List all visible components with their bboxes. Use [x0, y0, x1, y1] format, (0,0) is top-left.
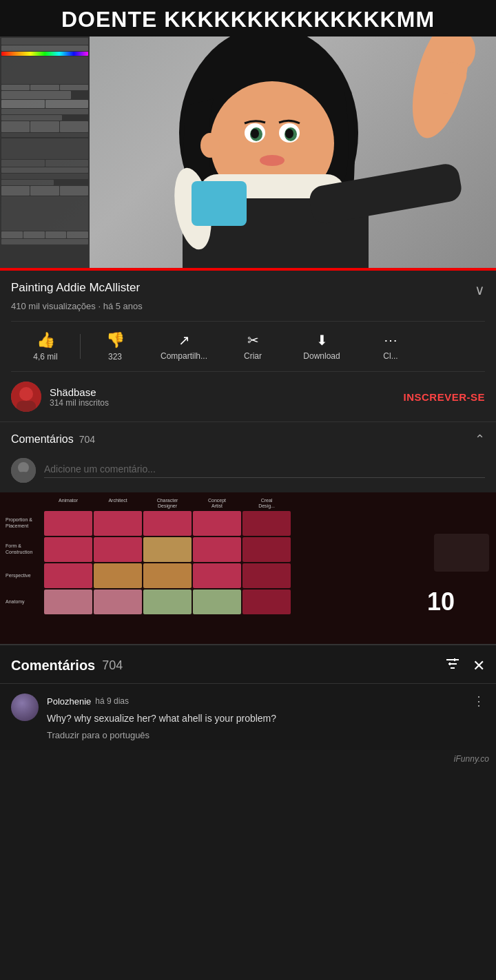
share-button[interactable]: ↗ Compartilh...: [149, 328, 218, 365]
row-label-3: Perspective: [6, 573, 43, 578]
comments-count: 704: [79, 434, 95, 445]
filter-icon[interactable]: [445, 656, 460, 675]
channel-row: Shädbase 314 mil inscritos INSCREVER-SE: [0, 372, 496, 422]
more-button[interactable]: ⋯ Cl...: [356, 328, 425, 365]
close-icon[interactable]: ✕: [473, 657, 485, 675]
video-progress-bar[interactable]: [0, 268, 496, 271]
comments-title: Comentários: [11, 433, 74, 446]
chart-cell: [193, 590, 241, 614]
channel-avatar[interactable]: [11, 382, 41, 412]
more-label: Cl...: [383, 351, 397, 361]
video-info-section: Painting Addie McAllister ∨ 410 mil visu…: [0, 271, 496, 372]
row-label-1: Proportion &Placement: [6, 517, 43, 529]
col-label-2: Architect: [94, 498, 142, 510]
comment-meta: Polozhenie há 9 dias ⋮: [47, 694, 485, 709]
comment-author: Polozhenie: [47, 696, 91, 707]
dislike-count: 323: [108, 352, 122, 362]
dislike-button[interactable]: 👎 323: [81, 327, 149, 366]
video-title: Painting Addie McAllister: [11, 280, 468, 295]
chart-cell: [44, 590, 92, 614]
svg-point-8: [251, 129, 259, 138]
comment-translate[interactable]: Traduzir para o português: [47, 730, 485, 740]
chart-cell: [193, 511, 241, 536]
chart-cell: [44, 563, 92, 588]
chart-cell: [94, 511, 142, 536]
comment-more-icon[interactable]: ⋮: [473, 694, 485, 709]
watermark-text: iFunny.co: [454, 754, 489, 764]
bottom-panel-header: Comentários 704 ✕: [0, 645, 496, 684]
col-label-3: CharacterDesigner: [143, 498, 192, 510]
create-icon: ✂: [247, 332, 259, 348]
comment-text: Why? why sexualize her? what ahell is yo…: [47, 711, 485, 726]
col-label-1: Animator: [44, 498, 92, 510]
row-label-4: Anatomy: [6, 599, 43, 605]
svg-point-23: [18, 462, 29, 473]
svg-rect-21: [17, 401, 36, 412]
comment-time: há 9 dias: [95, 696, 129, 706]
video-thumbnail[interactable]: [0, 37, 496, 271]
col-label-4: ConceptArtist: [193, 498, 241, 510]
chart-cell: [193, 537, 241, 562]
chart-cell: [242, 590, 291, 614]
channel-name: Shädbase: [50, 386, 403, 398]
chart-number: 10: [427, 587, 455, 616]
current-user-avatar: [11, 458, 36, 483]
comments-header: Comentários 704 ⌃: [0, 422, 496, 454]
create-button[interactable]: ✂ Criar: [218, 328, 287, 365]
sort-icon[interactable]: ⌃: [475, 432, 485, 447]
meme-title: DOENTE KKKKKKKKKKKKKKMM: [0, 0, 496, 37]
like-icon: 👍: [37, 331, 55, 349]
svg-point-20: [19, 387, 33, 401]
commenter-avatar[interactable]: [11, 694, 39, 721]
download-icon: ⬇: [316, 332, 328, 348]
chart-cell: [143, 511, 192, 536]
more-icon: ⋯: [384, 332, 397, 348]
svg-point-10: [260, 155, 285, 166]
comment-input[interactable]: Adicione um comentário...: [44, 463, 485, 478]
video-meta: 410 mil visualizações · há 5 anos: [11, 301, 485, 311]
chart-section: Animator Architect CharacterDesigner Con…: [0, 492, 496, 644]
svg-point-9: [285, 129, 293, 138]
character-illustration: [76, 37, 482, 271]
row-label-2: Form &Construction: [6, 543, 43, 555]
share-label: Compartilh...: [161, 351, 207, 361]
actions-row: 👍 4,6 mil 👎 323 ↗ Compartilh... ✂ Criar …: [11, 321, 485, 372]
channel-info: Shädbase 314 mil inscritos: [50, 386, 403, 408]
chart-cell: [242, 537, 291, 562]
chart-cell: [242, 511, 291, 536]
chart-cell: [193, 563, 241, 588]
chart-cell: [143, 590, 192, 614]
col-label-5: CrealDesig...: [242, 498, 291, 510]
bottom-comments-count: 704: [102, 658, 123, 673]
chart-cell: [44, 537, 92, 562]
chart-cell: [94, 537, 142, 562]
svg-point-11: [200, 133, 220, 158]
svg-rect-16: [192, 181, 247, 226]
chart-cell: [44, 511, 92, 536]
bottom-panel: Comentários 704 ✕ Polozhenie há 9 dias ⋮: [0, 644, 496, 750]
like-count: 4,6 mil: [33, 352, 57, 362]
download-button[interactable]: ⬇ Download: [287, 328, 356, 365]
share-icon: ↗: [178, 332, 190, 348]
chart-cell: [143, 537, 192, 562]
comment-item: Polozhenie há 9 dias ⋮ Why? why sexualiz…: [0, 684, 496, 750]
chart-dark-box: [434, 534, 489, 572]
download-label: Download: [303, 351, 340, 361]
comment-body: Polozhenie há 9 dias ⋮ Why? why sexualiz…: [47, 694, 485, 740]
like-button[interactable]: 👍 4,6 mil: [11, 327, 80, 366]
expand-icon[interactable]: ∨: [468, 282, 485, 298]
chart-cell: [242, 563, 291, 588]
chart-cell: [94, 563, 142, 588]
comment-input-row: Adicione um comentário...: [0, 454, 496, 492]
create-label: Criar: [244, 351, 262, 361]
channel-subscribers: 314 mil inscritos: [50, 398, 403, 408]
watermark: iFunny.co: [0, 750, 496, 768]
chart-cell: [94, 590, 142, 614]
chart-cell: [143, 563, 192, 588]
subscribe-button[interactable]: INSCREVER-SE: [403, 391, 485, 403]
svg-point-24: [15, 472, 32, 483]
dislike-icon: 👎: [106, 331, 125, 349]
bottom-comments-title: Comentários: [11, 658, 95, 674]
meme-section: DOENTE KKKKKKKKKKKKKKMM: [0, 0, 496, 271]
